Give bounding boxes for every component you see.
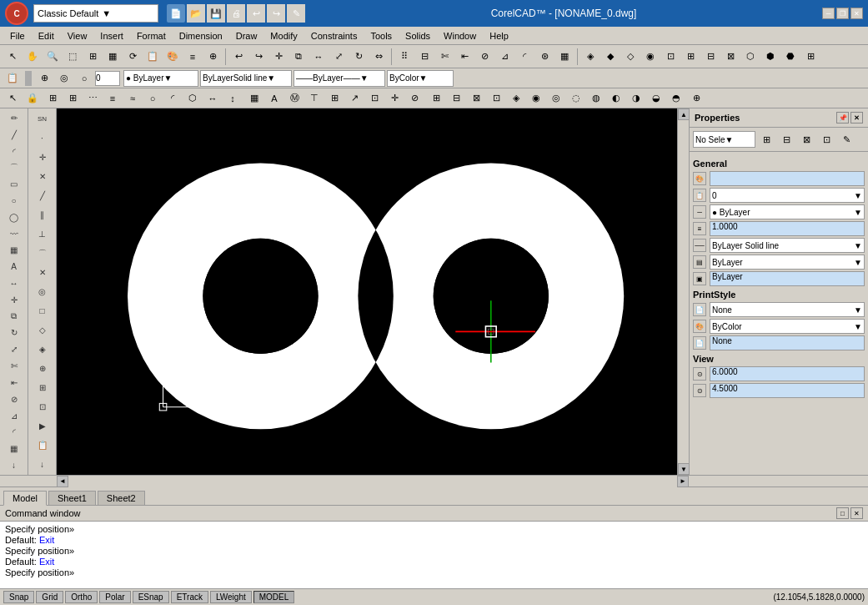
- model-button[interactable]: MODEL: [253, 591, 295, 603]
- open-button[interactable]: 📂: [187, 4, 205, 23]
- menu-view[interactable]: View: [61, 29, 94, 43]
- lp-draw[interactable]: ✏: [5, 110, 23, 126]
- canvas-area[interactable]: X Y: [57, 108, 677, 475]
- tb-scale[interactable]: ⤢: [329, 48, 348, 66]
- hscroll-right[interactable]: ►: [677, 476, 689, 487]
- lp-dim[interactable]: ↔: [5, 275, 23, 291]
- lp2-perp[interactable]: ⊥: [33, 225, 52, 244]
- tb-layer-icon[interactable]: 📋: [3, 69, 22, 88]
- grid-button[interactable]: Grid: [36, 591, 63, 603]
- menu-modify[interactable]: Modify: [263, 29, 304, 43]
- tb-explode[interactable]: ⊛: [535, 48, 554, 66]
- tb-snap5[interactable]: ⊡: [661, 48, 680, 66]
- tb-snap7[interactable]: ⊟: [701, 48, 720, 66]
- lp-pline[interactable]: ⌒: [5, 159, 23, 175]
- esnap-button[interactable]: ESnap: [133, 591, 169, 603]
- td-more2[interactable]: ≡: [103, 89, 122, 108]
- menu-file[interactable]: File: [3, 29, 32, 43]
- ps2-val[interactable]: None▼: [710, 302, 865, 317]
- td-cursor[interactable]: ↖: [3, 89, 22, 108]
- cmd-expand-button[interactable]: □: [836, 507, 849, 519]
- lp-text[interactable]: A: [5, 259, 23, 275]
- tb-prop[interactable]: ⊞: [801, 48, 820, 66]
- td-dim3[interactable]: ⊤: [305, 89, 324, 108]
- lp-spline[interactable]: 〰: [5, 226, 23, 242]
- menu-window[interactable]: Window: [437, 29, 483, 43]
- tb-select[interactable]: ↖: [3, 48, 22, 66]
- lp2-mid[interactable]: ◇: [33, 320, 52, 339]
- tab-sheet1[interactable]: Sheet1: [48, 491, 96, 505]
- lp-rotate[interactable]: ↻: [5, 325, 23, 341]
- lt2-val[interactable]: ByLayer Solid line▼: [710, 238, 865, 253]
- tab-sheet2[interactable]: Sheet2: [98, 491, 145, 505]
- lp2-ins[interactable]: ⊕: [33, 359, 52, 377]
- menu-help[interactable]: Help: [483, 29, 515, 43]
- tb-snap4[interactable]: ◉: [641, 48, 660, 66]
- td-dim1[interactable]: ↔: [203, 89, 222, 108]
- td-s13[interactable]: ◓: [667, 89, 685, 108]
- lp2-ctr[interactable]: ✛: [33, 149, 52, 167]
- ortho-button[interactable]: Ortho: [65, 591, 98, 603]
- td-tol[interactable]: ⊡: [365, 89, 384, 108]
- tb-block[interactable]: ▦: [555, 48, 574, 66]
- tb-extend[interactable]: ⇤: [455, 48, 474, 66]
- tb-orbit[interactable]: ⟳: [123, 48, 142, 66]
- td-arc[interactable]: ◜: [163, 89, 182, 108]
- lp-ellipse[interactable]: ◯: [5, 209, 23, 225]
- tb-rotate[interactable]: ↻: [349, 48, 368, 66]
- tb-snap[interactable]: ⊕: [203, 48, 222, 66]
- tb-offset[interactable]: ⊟: [415, 48, 434, 66]
- tb-redo[interactable]: ↪: [249, 48, 268, 66]
- td-poly[interactable]: ⬡: [183, 89, 202, 108]
- linetype-dropdown[interactable]: ● ByLayer▼: [123, 70, 198, 87]
- tb-break[interactable]: ⊘: [475, 48, 494, 66]
- td-insert[interactable]: ⊞: [325, 89, 344, 108]
- tb-l5[interactable]: ○: [75, 69, 93, 88]
- vscroll-up[interactable]: ▲: [678, 108, 690, 120]
- lp2-ref[interactable]: ⊡: [33, 397, 52, 416]
- tb-snap2[interactable]: ◆: [601, 48, 620, 66]
- minimize-button[interactable]: ─: [822, 8, 835, 19]
- tb-snap3[interactable]: ◇: [621, 48, 640, 66]
- menu-solids[interactable]: Solids: [399, 29, 437, 43]
- lp-arrow[interactable]: ↓: [5, 457, 23, 473]
- lineweight-dropdown[interactable]: ByLayerSolid line▼: [200, 70, 292, 87]
- td-s3[interactable]: ⊠: [467, 89, 485, 108]
- td-s10[interactable]: ◐: [607, 89, 625, 108]
- lp2-quad[interactable]: ◈: [33, 340, 52, 358]
- linetype-val[interactable]: ● ByLayer▼: [710, 204, 865, 219]
- td-s1[interactable]: ⊞: [427, 89, 445, 108]
- lineweight2-dropdown[interactable]: ——ByLayer——▼: [294, 70, 385, 87]
- maximize-button[interactable]: ❐: [836, 8, 849, 19]
- td-more1[interactable]: ⋯: [83, 89, 102, 108]
- td-s7[interactable]: ◎: [547, 89, 565, 108]
- td-grid[interactable]: ⊞: [63, 89, 82, 108]
- canvas-vscroll[interactable]: ▲ ▼: [677, 108, 689, 475]
- lp2-node[interactable]: ·: [33, 129, 52, 148]
- td-lock[interactable]: 🔒: [23, 89, 42, 108]
- menu-constraints[interactable]: Constraints: [304, 29, 364, 43]
- lp2-x[interactable]: ✕: [33, 168, 52, 186]
- snap-button[interactable]: Snap: [3, 591, 34, 603]
- tb-move[interactable]: ✛: [269, 48, 288, 66]
- tab-model[interactable]: Model: [3, 491, 47, 506]
- pn-value[interactable]: None: [710, 335, 865, 350]
- vscroll-down[interactable]: ▼: [678, 463, 690, 475]
- tb-copy[interactable]: ⧉: [289, 48, 308, 66]
- v2-value[interactable]: 4.5000: [710, 383, 865, 398]
- td-dim2[interactable]: ↕: [223, 89, 242, 108]
- td-leader[interactable]: ↗: [345, 89, 364, 108]
- td-circle[interactable]: ○: [143, 89, 162, 108]
- lp-move[interactable]: ✛: [5, 292, 23, 308]
- lp2-tan[interactable]: ⌒: [33, 245, 52, 263]
- menu-format[interactable]: Format: [130, 29, 173, 43]
- options-button[interactable]: ✎: [287, 4, 305, 23]
- etrack-button[interactable]: ETrack: [171, 591, 208, 603]
- tb-zoom-win[interactable]: ⬚: [63, 48, 82, 66]
- tb-snap8[interactable]: ⊠: [721, 48, 740, 66]
- hscroll-track[interactable]: [68, 476, 677, 487]
- td-s2[interactable]: ⊟: [447, 89, 465, 108]
- tb-snap10[interactable]: ⬢: [761, 48, 780, 66]
- ps-val[interactable]: ByLayer▼: [710, 255, 865, 270]
- lp2-para[interactable]: ∥: [33, 206, 52, 224]
